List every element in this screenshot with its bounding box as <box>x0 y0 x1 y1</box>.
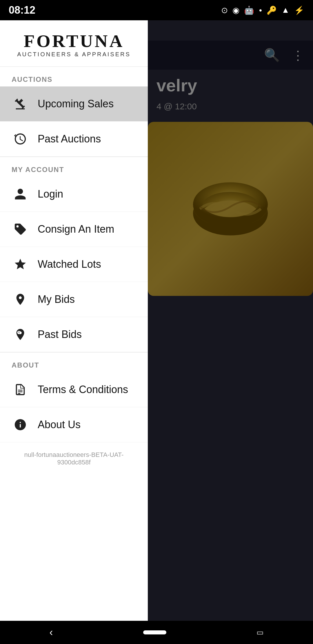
person-icon <box>12 185 29 203</box>
tag-icon <box>12 220 29 238</box>
document-icon <box>12 381 29 398</box>
bottom-nav: ‹ ▭ <box>0 621 313 644</box>
sidebar-item-about-us[interactable]: About Us <box>0 407 148 442</box>
my-bids-label: My Bids <box>38 293 75 305</box>
watched-lots-label: Watched Lots <box>38 258 101 270</box>
info-icon <box>12 416 29 433</box>
drawer: FORTUNA AUCTIONEERS & APPRAISERS AUCTION… <box>0 20 148 621</box>
back-button[interactable]: ‹ <box>41 623 62 641</box>
bg-overlay <box>148 20 313 621</box>
logo-brand: FORTUNA <box>17 32 131 50</box>
section-about-header: ABOUT <box>0 352 148 372</box>
consign-label: Consign An Item <box>38 223 114 235</box>
dot-icon: ● <box>259 7 262 13</box>
location-icon: ◉ <box>232 6 239 15</box>
battery-icon: ⚡ <box>294 6 304 15</box>
sidebar-item-login[interactable]: Login <box>0 177 148 212</box>
svg-text:$: $ <box>19 296 21 299</box>
star-icon <box>12 256 29 273</box>
wifi-icon: ▲ <box>281 6 290 15</box>
key-icon: 🔑 <box>267 6 277 15</box>
gavel-icon <box>12 95 29 113</box>
location-clock-icon <box>12 326 29 343</box>
login-label: Login <box>38 188 63 200</box>
logo-tagline: AUCTIONEERS & APPRAISERS <box>17 51 131 58</box>
status-bar: 08:12 ⊙ ◉ 🤖 ● 🔑 ▲ ⚡ <box>0 0 313 20</box>
section-auctions-header: AUCTIONS <box>0 67 148 86</box>
past-auctions-label: Past Auctions <box>38 133 101 145</box>
recents-button[interactable]: ▭ <box>248 625 272 640</box>
sidebar-item-past-auctions[interactable]: Past Auctions <box>0 122 148 157</box>
about-us-label: About Us <box>38 419 81 431</box>
terms-label: Terms & Conditions <box>38 383 128 396</box>
sidebar-item-watched-lots[interactable]: Watched Lots <box>0 247 148 282</box>
logo-area: FORTUNA AUCTIONEERS & APPRAISERS <box>0 20 148 67</box>
version-string: null-fortunaauctioneers-BETA-UAT-9300dc8… <box>0 442 148 475</box>
sidebar-item-past-bids[interactable]: Past Bids <box>0 317 148 352</box>
upcoming-sales-label: Upcoming Sales <box>38 98 114 110</box>
camera-icon: ⊙ <box>221 6 228 15</box>
dollar-pin-icon: $ <box>12 291 29 308</box>
status-icons: ⊙ ◉ 🤖 ● 🔑 ▲ ⚡ <box>221 6 304 15</box>
home-button[interactable] <box>143 630 166 634</box>
section-myaccount-header: MY ACCOUNT <box>0 157 148 177</box>
android-icon: 🤖 <box>244 6 254 15</box>
status-time: 08:12 <box>9 4 35 16</box>
sidebar-item-upcoming-sales[interactable]: Upcoming Sales <box>0 86 148 122</box>
sidebar-item-terms[interactable]: Terms & Conditions <box>0 372 148 407</box>
sidebar-item-my-bids[interactable]: $ My Bids <box>0 282 148 317</box>
past-bids-label: Past Bids <box>38 328 82 341</box>
clock-back-icon <box>12 130 29 148</box>
sidebar-item-consign[interactable]: Consign An Item <box>0 212 148 247</box>
